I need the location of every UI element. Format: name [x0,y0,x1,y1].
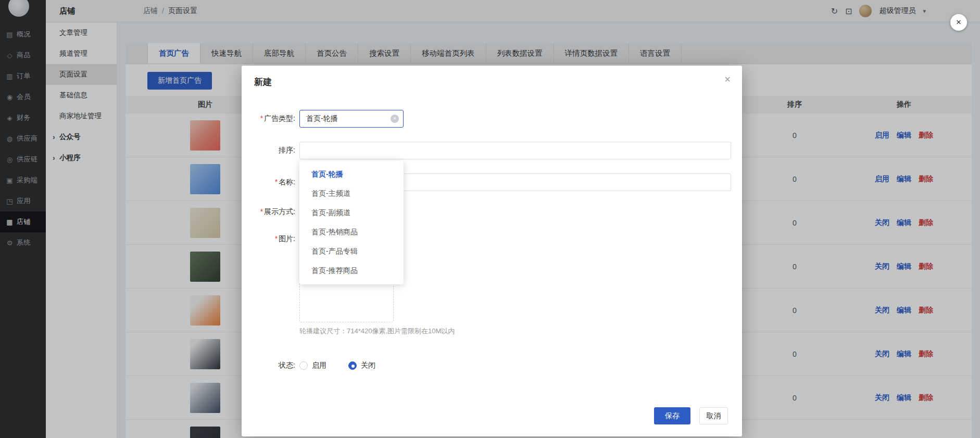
image-size-hint: 轮播建议尺寸：714*420像素,图片需限制在10M以内 [299,327,742,336]
clear-icon[interactable]: × [391,115,399,123]
ad-type-label: 广告类型: [264,114,295,122]
status-enable-option[interactable]: 启用 [299,361,326,370]
save-button[interactable]: 保存 [654,407,690,424]
display-mode-label: 展示方式: [264,207,295,216]
required-asterisk: * [260,207,263,216]
dropdown-option-hot-goods[interactable]: 首页-热销商品 [299,222,404,242]
radio-unchecked-icon[interactable] [299,361,308,370]
ad-type-value: 首页-轮播 [306,114,338,123]
name-label: 名称: [279,178,295,186]
modal-footer: 保存 取消 [654,407,728,424]
dropdown-option-sub-channel[interactable]: 首页-副频道 [299,203,404,222]
required-asterisk: * [275,234,278,243]
modal-close-icon[interactable]: × [724,74,731,84]
ad-type-select[interactable]: 首页-轮播 × [299,110,404,128]
required-asterisk: * [260,114,263,122]
status-label: 状态: [242,361,295,370]
sort-input[interactable] [299,142,731,159]
modal-body: *广告类型: 首页-轮播 × 排序: *名称: *展示方式: *图片: [242,95,742,370]
ad-type-row: *广告类型: 首页-轮播 × [242,110,742,128]
modal-title: 新建 [254,77,272,87]
ad-type-dropdown: 首页-轮播 首页-主频道 首页-副频道 首页-热销商品 首页-产品专辑 首页-推… [299,160,404,284]
status-row: 状态: 启用 关闭 [242,361,742,370]
close-icon[interactable]: × [950,14,967,31]
dropdown-option-product-album[interactable]: 首页-产品专辑 [299,242,404,261]
page: ▤概况 ◇商品 ▥订单 ◉会员 ◈财务 ◍供应商 ◎供应链 ▣采购端 ◳应用 ▦… [0,0,980,438]
new-ad-modal: 新建 × *广告类型: 首页-轮播 × 排序: *名称: *展示方式: [242,66,742,436]
status-radio-group: 启用 关闭 [299,361,375,370]
sort-label: 排序: [242,146,295,155]
radio-checked-icon[interactable] [348,361,357,370]
dropdown-option-recommended-goods[interactable]: 首页-推荐商品 [299,261,404,280]
dropdown-option-carousel[interactable]: 首页-轮播 [299,165,404,184]
required-asterisk: * [275,178,278,186]
dropdown-option-main-channel[interactable]: 首页-主频道 [299,184,404,203]
status-disable-option[interactable]: 关闭 [348,361,375,370]
sort-row: 排序: [242,142,742,159]
cancel-button[interactable]: 取消 [699,407,728,424]
modal-header: 新建 × [242,66,742,95]
image-label: 图片: [279,234,295,243]
